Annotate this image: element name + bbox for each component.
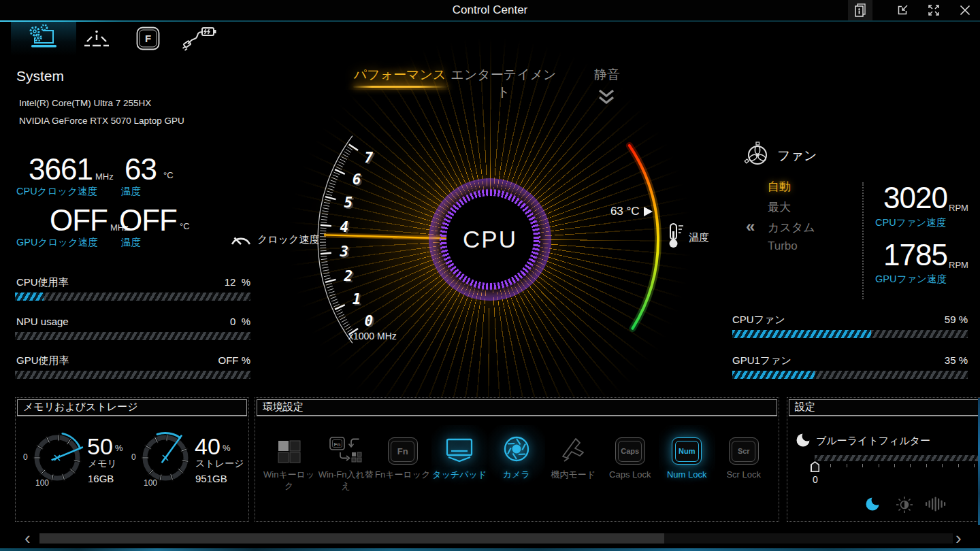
storage-percent: 40 xyxy=(195,433,220,460)
toggle-win-key-lock[interactable]: Winキーロック xyxy=(261,425,318,492)
gpu-fan-speed-label: GPUファン速度 xyxy=(875,273,947,286)
cpu-name: Intel(R) Core(TM) Ultra 7 255HX xyxy=(19,98,151,108)
scr-lock-key-icon: Scr xyxy=(729,431,759,465)
temp-pointer-icon xyxy=(644,207,653,216)
toggle-touchpad[interactable]: タッチパッド xyxy=(431,425,489,492)
window-title: Control Center xyxy=(0,0,980,20)
npu-usage-value: 0 % xyxy=(184,316,250,327)
cpu-usage-unit: % xyxy=(242,276,250,288)
toggle-fn-key-lock[interactable]: Fn Fnキーロック xyxy=(374,425,431,492)
bluelight-slider-handle[interactable] xyxy=(811,461,819,472)
caps-lock-key-icon: Caps xyxy=(615,431,645,465)
toggle-win-fn-swap[interactable]: Fn Win-Fn入れ替え xyxy=(318,425,375,492)
bluelight-slider-value: 0 xyxy=(813,474,818,485)
fan-mode-auto[interactable]: 自動 xyxy=(768,179,791,195)
npu-usage-bar xyxy=(15,332,250,340)
touchpad-label: タッチパッド xyxy=(432,469,487,481)
cpu-fan-speed-label: CPUファン速度 xyxy=(875,216,946,229)
document-info-icon xyxy=(853,3,867,18)
storage-label: ストレージ xyxy=(195,458,244,470)
tab-performance[interactable]: パフォーマンス xyxy=(344,66,456,84)
memory-storage-panel: メモリおよびストレージ 0 100 50 % メモリ 16GB 0 100 40… xyxy=(15,397,249,522)
gpu-temp-value: OFF xyxy=(114,203,177,237)
fan-custom-chevron-icon[interactable]: « xyxy=(746,217,755,236)
gpu-fan-bar xyxy=(732,371,968,379)
expand-icon xyxy=(927,3,941,17)
gpu-fan-rpm-value: 1785 xyxy=(859,238,947,272)
system-heading: System xyxy=(16,68,64,84)
expand-button[interactable] xyxy=(921,0,946,20)
bluelight-slider-track[interactable] xyxy=(815,455,978,461)
storage-gauge xyxy=(131,424,199,492)
scr-lock-label: Scr Lock xyxy=(726,469,761,481)
memory-label: メモリ xyxy=(88,458,117,470)
nav-tab-lighting[interactable] xyxy=(76,22,117,56)
nav-tab-system[interactable] xyxy=(11,22,76,56)
fan-mode-custom[interactable]: カスタム xyxy=(768,220,815,235)
cpu-usage-label: CPU使用率 xyxy=(16,276,69,289)
cpu-fan-bar-value: 59 % xyxy=(905,314,968,325)
svg-text:4: 4 xyxy=(340,219,348,235)
gpu-temp-unit: °C xyxy=(180,221,190,231)
gpu-fan-number: 35 xyxy=(945,354,956,366)
camera-icon xyxy=(501,431,532,465)
toggle-caps-lock[interactable]: Caps Caps Lock xyxy=(602,425,659,492)
cpu-fan-rpm-unit: RPM xyxy=(949,203,968,213)
restore-button[interactable] xyxy=(890,0,915,20)
gpu-fan-bar-value: 35 % xyxy=(905,354,968,366)
info-button[interactable] xyxy=(848,0,872,20)
cpu-temp-label: 温度 xyxy=(121,185,141,198)
bottom-edge-glow xyxy=(0,548,980,551)
brightness-icon xyxy=(895,495,914,514)
airplane-mode-label: 機内モード xyxy=(551,469,595,481)
cpu-usage-bar xyxy=(15,293,250,301)
horizontal-scrollbar-track[interactable] xyxy=(39,533,953,544)
gpu-name: NVIDIA GeForce RTX 5070 Laptop GPU xyxy=(19,116,184,126)
fan-mode-max[interactable]: 最大 xyxy=(768,199,791,215)
environment-toggle-row: Winキーロック Fn xyxy=(261,425,772,492)
close-button[interactable] xyxy=(953,0,977,20)
backlight-icon xyxy=(80,25,113,52)
toggle-scr-lock[interactable]: Scr Scr Lock xyxy=(715,425,772,492)
storage-percent-unit: % xyxy=(223,443,231,453)
environment-panel: 環境設定 Winキーロック xyxy=(255,397,779,522)
bluelight-slider-ticks xyxy=(815,464,978,467)
toggle-camera[interactable]: カメラ xyxy=(488,425,545,492)
cpu-fan-bar-fill xyxy=(732,330,871,338)
gpu-usage-label: GPU使用率 xyxy=(16,354,69,367)
memory-panel-header: メモリおよびストレージ xyxy=(17,399,247,416)
cpu-fan-number: 59 xyxy=(945,314,956,325)
storage-capacity: 951GB xyxy=(195,473,227,484)
scroll-right-chevron[interactable]: › xyxy=(956,529,962,547)
gauge-scale-unit: x1000 MHz xyxy=(348,331,397,341)
tab-entertainment[interactable]: エンターテイメント xyxy=(446,66,561,101)
tab-quiet[interactable]: 静音 xyxy=(580,66,634,84)
scroll-left-chevron[interactable]: ‹ xyxy=(24,529,31,547)
brightness-button[interactable] xyxy=(895,495,914,517)
settings-panel-header: 設定 xyxy=(789,399,980,416)
bluelight-filter-label: ブルーライトフィルター xyxy=(816,435,930,448)
gpu-usage-value: OFF % xyxy=(184,354,250,366)
npu-usage-number: 0 xyxy=(230,316,235,327)
memory-gauge-min: 0 xyxy=(23,452,28,462)
fan-mode-turbo[interactable]: Turbo xyxy=(768,239,798,253)
nav-tab-fn-keys[interactable]: F xyxy=(128,22,169,56)
win-fn-key-text: Fn xyxy=(334,441,341,448)
temp-axis-label: 温度 xyxy=(689,231,709,244)
horizontal-scrollbar-thumb[interactable] xyxy=(39,533,664,544)
cpu-temp-unit: °C xyxy=(163,170,174,180)
num-key-text: Num xyxy=(675,441,699,462)
sound-button[interactable] xyxy=(924,496,947,515)
f-key-icon: F xyxy=(135,26,161,52)
cpu-temp-value: 63 xyxy=(114,152,157,186)
night-mode-button[interactable] xyxy=(865,496,881,515)
toggle-num-lock[interactable]: Num Num Lock xyxy=(659,425,716,492)
close-icon xyxy=(958,3,972,17)
settings-panel-title: 設定 xyxy=(789,400,980,414)
nav-tab-power[interactable] xyxy=(177,22,223,56)
storage-gauge-max: 100 xyxy=(144,478,157,488)
bluelight-moon-icon xyxy=(796,432,812,451)
power-adapter-icon xyxy=(181,24,219,53)
cpu-clock-value: 3661 xyxy=(16,152,93,186)
toggle-airplane-mode[interactable]: 機内モード xyxy=(545,425,602,492)
